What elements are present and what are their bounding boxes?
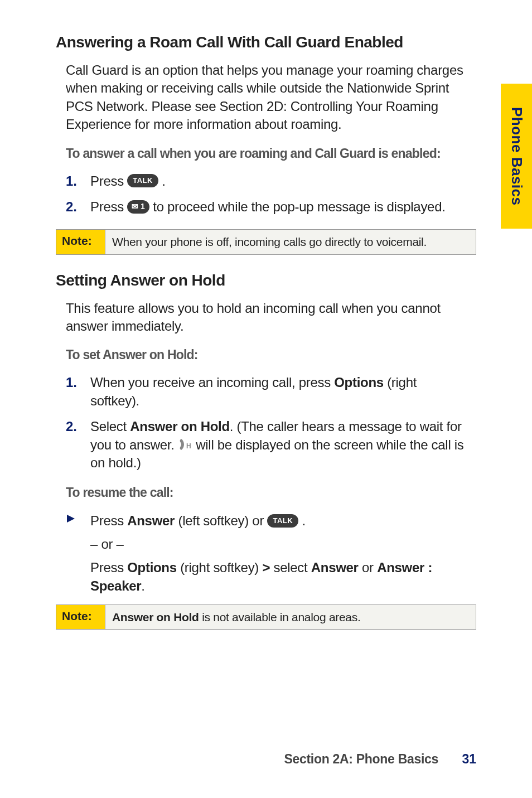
step-hold-1: 1. When you receive an incoming call, pr… xyxy=(66,374,466,410)
note-label: Note: xyxy=(56,604,105,629)
paragraph-hold-intro: This feature allows you to hold an incom… xyxy=(66,299,466,336)
lead-resume: To resume the call: xyxy=(66,485,466,500)
svg-marker-1 xyxy=(67,515,75,523)
talk-key-icon: TALK xyxy=(267,514,298,528)
steps-roam: 1. Press TALK . 2. Press ✉ 1 to proceed … xyxy=(66,172,466,216)
resume-text: Press Answer (left softkey) or TALK . – … xyxy=(90,511,466,595)
page: Phone Basics Answering a Roam Call With … xyxy=(0,0,532,798)
heading-answer-hold: Setting Answer on Hold xyxy=(56,272,476,289)
step-roam-2: 2. Press ✉ 1 to proceed while the pop-up… xyxy=(66,198,466,216)
resume-item: Press Answer (left softkey) or TALK . – … xyxy=(66,511,466,595)
step-number: 2. xyxy=(66,198,90,216)
step-text: Press ✉ 1 to proceed while the pop-up me… xyxy=(90,198,466,216)
side-tab-label: Phone Basics xyxy=(508,107,525,206)
footer-page-number: 31 xyxy=(462,752,476,766)
step-number: 1. xyxy=(66,374,90,391)
one-key-icon: ✉ 1 xyxy=(127,200,149,214)
resume-list: Press Answer (left softkey) or TALK . – … xyxy=(66,511,466,595)
note-message: Answer on Hold is not available in analo… xyxy=(105,604,476,629)
steps-hold: 1. When you receive an incoming call, pr… xyxy=(66,374,466,472)
step-number: 1. xyxy=(66,172,90,190)
talk-key-icon: TALK xyxy=(127,174,158,187)
triangle-bullet-icon xyxy=(66,511,90,524)
hold-phone-icon: H xyxy=(178,437,192,452)
paragraph-roam-intro: Call Guard is an option that helps you m… xyxy=(66,61,466,134)
step-text: Press TALK . xyxy=(90,172,466,190)
note-box-analog: Note: Answer on Hold is not available in… xyxy=(56,604,476,630)
lead-roam-steps: To answer a call when you are roaming an… xyxy=(66,146,466,161)
or-separator: – or – xyxy=(90,535,466,554)
step-number: 2. xyxy=(66,418,90,436)
lead-hold-set: To set Answer on Hold: xyxy=(66,347,466,362)
heading-answer-roam: Answering a Roam Call With Call Guard En… xyxy=(56,33,476,51)
side-tab: Phone Basics xyxy=(501,84,532,229)
step-text: When you receive an incoming call, press… xyxy=(90,374,466,410)
step-text: Select Answer on Hold. (The caller hears… xyxy=(90,418,466,472)
note-box-voicemail: Note: When your phone is off, incoming c… xyxy=(56,229,476,254)
note-label: Note: xyxy=(56,230,105,254)
footer-section: Section 2A: Phone Basics xyxy=(284,752,438,766)
step-hold-2: 2. Select Answer on Hold. (The caller he… xyxy=(66,418,466,472)
step-roam-1: 1. Press TALK . xyxy=(66,172,466,190)
note-message: When your phone is off, incoming calls g… xyxy=(105,230,476,254)
svg-text:H: H xyxy=(186,442,191,450)
page-footer: Section 2A: Phone Basics 31 xyxy=(284,752,476,767)
